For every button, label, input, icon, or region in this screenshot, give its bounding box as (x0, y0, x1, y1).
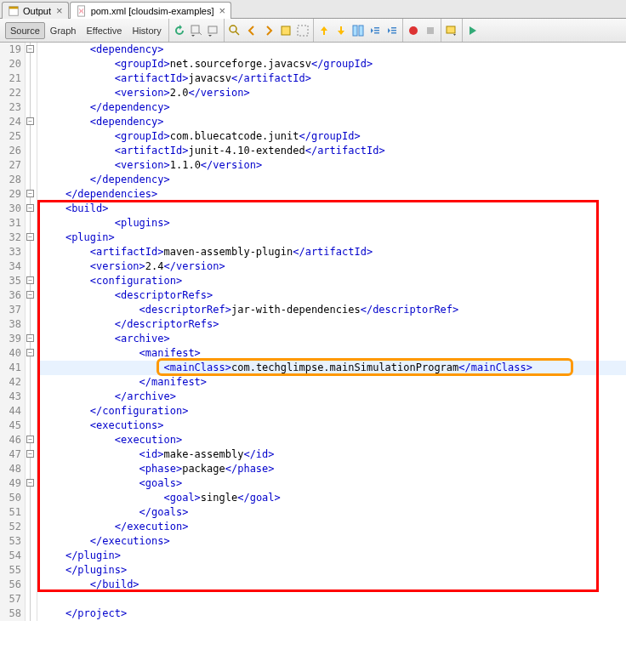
close-icon[interactable]: × (219, 4, 226, 17)
stop-icon[interactable] (424, 24, 437, 37)
code-line[interactable]: <dependency> (37, 115, 626, 129)
line-number: 23 (0, 100, 25, 115)
code-line[interactable]: <execution> (37, 433, 626, 447)
code-line[interactable]: </executions> (37, 534, 626, 549)
fold-toggle[interactable]: − (26, 117, 34, 125)
code-line[interactable]: <executions> (37, 419, 626, 433)
mode-effective[interactable]: Effective (81, 22, 127, 39)
nav-down-icon[interactable] (334, 24, 348, 37)
code-line[interactable]: <configuration> (37, 274, 626, 288)
fold-toggle[interactable]: − (26, 190, 34, 197)
close-icon[interactable]: × (56, 4, 63, 17)
code-line[interactable]: <dependency> (37, 43, 626, 57)
refresh-icon[interactable] (173, 24, 186, 37)
code-line[interactable]: </build> (37, 578, 626, 592)
code-line[interactable]: </plugins> (37, 563, 626, 578)
code-line[interactable]: </descriptorRefs> (37, 317, 626, 332)
fold-toggle[interactable]: − (26, 436, 34, 443)
fold-toggle[interactable]: − (26, 334, 34, 342)
code-line[interactable]: <goal>single</goal> (37, 491, 626, 505)
code-line[interactable]: </plugin> (37, 549, 626, 563)
fold-toggle[interactable]: − (26, 450, 34, 458)
code-line[interactable]: <groupId>net.sourceforge.javacsv</groupI… (37, 57, 626, 71)
code-area[interactable]: <dependency> <groupId>net.sourceforge.ja… (37, 43, 626, 621)
code-line[interactable]: <archive> (37, 332, 626, 346)
select-rect-icon[interactable] (296, 24, 310, 37)
mode-source[interactable]: Source (5, 22, 45, 39)
fold-toggle[interactable]: − (26, 479, 34, 487)
code-line[interactable]: <mainClass>com.techglimpse.mainSimulatio… (37, 361, 626, 375)
line-number: 38 (0, 317, 25, 332)
tab-label: Output (23, 6, 51, 16)
line-number: 39 (0, 332, 25, 346)
prev-icon[interactable] (245, 24, 259, 37)
code-line[interactable]: </project> (37, 607, 626, 621)
code-line[interactable] (37, 592, 626, 607)
format-icon[interactable] (445, 24, 458, 37)
code-line[interactable]: </dependency> (37, 173, 626, 187)
next-icon[interactable] (262, 24, 276, 37)
code-editor[interactable]: 1920212223242526272829303132333435363738… (0, 43, 626, 621)
line-number: 20 (0, 57, 25, 71)
code-line[interactable]: <plugin> (37, 231, 626, 245)
code-line[interactable]: </manifest> (37, 375, 626, 390)
tab-pom[interactable]: pom.xml [cloudsim-examples] × (70, 2, 231, 19)
code-line[interactable]: <descriptorRefs> (37, 288, 626, 303)
highlight-icon[interactable] (279, 24, 293, 37)
line-number: 27 (0, 158, 25, 173)
fold-toggle[interactable]: − (26, 276, 34, 284)
code-line[interactable]: </execution> (37, 520, 626, 534)
code-line[interactable]: <id>make-assembly</id> (37, 447, 626, 462)
code-line[interactable]: <groupId>com.bluecatcode.junit</groupId> (37, 129, 626, 144)
run-icon[interactable] (466, 24, 480, 37)
diff-icon[interactable] (351, 24, 365, 37)
fold-column[interactable]: −−−−−−−−−−−− (26, 43, 37, 621)
xml-file-icon (76, 5, 88, 17)
line-number: 55 (0, 563, 25, 578)
code-line[interactable]: <plugins> (37, 216, 626, 231)
line-number: 25 (0, 129, 25, 144)
code-line[interactable]: </dependencies> (37, 187, 626, 202)
line-number: 26 (0, 144, 25, 158)
outdent-icon[interactable] (368, 24, 382, 37)
code-line[interactable]: <artifactId>javacsv</artifactId> (37, 71, 626, 86)
fold-toggle[interactable]: − (26, 349, 34, 356)
code-line[interactable]: <manifest> (37, 346, 626, 361)
code-line[interactable]: <version>1.1.0</version> (37, 158, 626, 173)
toolbar-group-6 (463, 19, 483, 42)
svg-rect-16 (391, 30, 396, 31)
code-line[interactable]: <artifactId>maven-assembly-plugin</artif… (37, 245, 626, 259)
code-line[interactable]: <goals> (37, 476, 626, 491)
code-line[interactable]: </configuration> (37, 404, 626, 419)
record-icon[interactable] (407, 24, 420, 37)
code-line[interactable]: <version>2.0</version> (37, 86, 626, 100)
code-line[interactable]: <descriptorRef>jar-with-dependencies</de… (37, 303, 626, 317)
code-line[interactable]: <artifactId>junit-4.10-extended</artifac… (37, 144, 626, 158)
code-line[interactable]: </archive> (37, 390, 626, 404)
mode-history[interactable]: History (127, 22, 166, 39)
svg-rect-10 (353, 26, 357, 36)
line-number: 19 (0, 43, 25, 57)
fold-toggle[interactable]: − (26, 233, 34, 241)
code-line[interactable]: <build> (37, 202, 626, 216)
fold-toggle[interactable]: − (26, 291, 34, 299)
view-modes: Source Graph Effective History (3, 19, 169, 42)
code-line[interactable]: </dependency> (37, 100, 626, 115)
find-icon[interactable] (228, 24, 242, 37)
dropdown2-icon[interactable] (207, 24, 220, 37)
code-line[interactable]: <version>2.4</version> (37, 259, 626, 274)
indent-icon[interactable] (385, 24, 399, 37)
tab-output[interactable]: Output × (2, 2, 69, 19)
line-number: 30 (0, 202, 25, 216)
line-number: 28 (0, 173, 25, 187)
nav-up-icon[interactable] (317, 24, 331, 37)
line-number: 21 (0, 71, 25, 86)
dropdown-icon[interactable] (190, 24, 203, 37)
svg-rect-6 (282, 26, 290, 35)
svg-rect-1 (9, 6, 19, 9)
fold-toggle[interactable]: − (26, 45, 34, 53)
code-line[interactable]: <phase>package</phase> (37, 462, 626, 476)
code-line[interactable]: </goals> (37, 505, 626, 520)
fold-toggle[interactable]: − (26, 204, 34, 212)
mode-graph[interactable]: Graph (45, 22, 82, 39)
